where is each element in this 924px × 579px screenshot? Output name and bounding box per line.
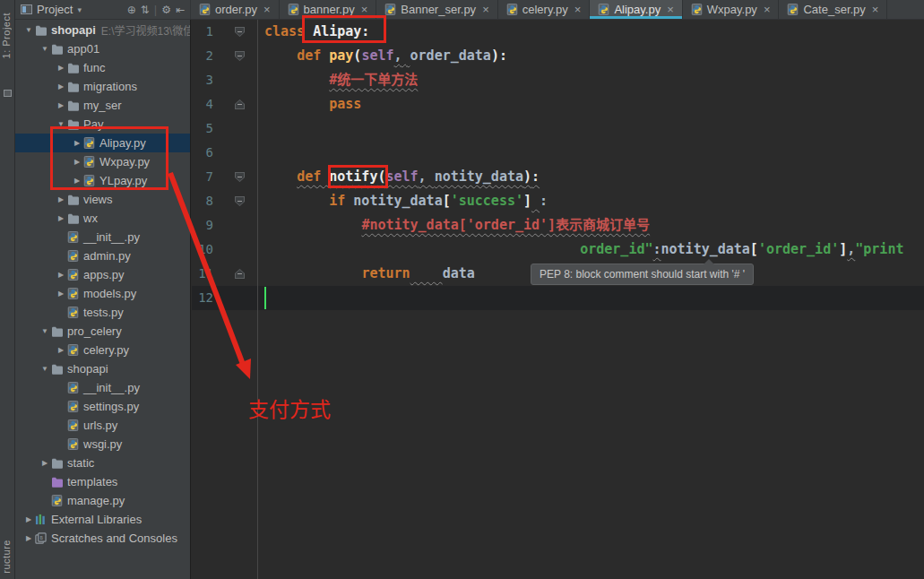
tree-item-scratches-and-consoles[interactable]: ▶BScratches and Consoles	[15, 529, 190, 548]
expanded-arrow-icon[interactable]: ▼	[39, 327, 51, 335]
collapsed-arrow-icon[interactable]: ▶	[71, 158, 83, 166]
tree-item-pro_celery[interactable]: ▼pro_celery	[15, 322, 190, 341]
tree-item-manage-py[interactable]: manage.py	[15, 491, 190, 510]
code-token	[531, 193, 540, 209]
tree-item-tests-py[interactable]: tests.py	[15, 303, 190, 322]
tree-item-my_ser[interactable]: ▶my_ser	[15, 96, 190, 115]
tree-item-celery-py[interactable]: ▶celery.py	[15, 341, 190, 359]
code-line-4[interactable]: 4 pass	[192, 92, 924, 117]
collapsed-arrow-icon[interactable]: ▶	[55, 214, 67, 222]
collapsed-arrow-icon[interactable]: ▶	[71, 177, 83, 185]
code-line-10[interactable]: 10 order_id":notity_data['order_id'],"pr…	[192, 238, 924, 262]
code-editor[interactable]: 1class Alipay:2 def pay(self, order_data…	[192, 20, 924, 579]
tree-item-apps-py[interactable]: ▶apps.py	[15, 265, 190, 284]
tree-item-admin-py[interactable]: admin.py	[15, 246, 190, 265]
tool-button-project[interactable]: 1: Project	[1, 13, 12, 58]
collapsed-arrow-icon[interactable]: ▶	[22, 515, 35, 523]
expanded-arrow-icon[interactable]: ▼	[39, 365, 51, 373]
tool-button-structure[interactable]: ructure	[1, 540, 12, 574]
tree-item-wsgi-py[interactable]: wsgi.py	[15, 435, 190, 454]
editor-tab-wxpay-py[interactable]: Wxpay.py×	[683, 0, 780, 19]
code-line-3[interactable]: 3 #统一下单方法	[192, 68, 924, 92]
editor-tab-banner_ser-py[interactable]: Banner_ser.py×	[376, 0, 497, 19]
code-token: data	[443, 265, 475, 281]
collapsed-arrow-icon[interactable]: ▶	[55, 101, 67, 109]
tree-item-wx[interactable]: ▶wx	[15, 209, 190, 228]
editor-tab-alipay-py[interactable]: Alipay.py×	[590, 0, 682, 19]
code-line-12[interactable]: 12	[192, 286, 924, 310]
tree-item-models-py[interactable]: ▶models.py	[15, 284, 190, 303]
collapsed-arrow-icon[interactable]: ▶	[55, 346, 67, 354]
tree-item-shopapi[interactable]: ▼shopapi	[15, 359, 190, 378]
collapsed-arrow-icon[interactable]: ▶	[55, 82, 67, 91]
tool-window-stripe: 1: Project ructure	[0, 0, 15, 579]
code-line-2[interactable]: 2 def pay(self, order_data):	[192, 44, 924, 68]
editor-tab-banner-py[interactable]: banner.py×	[280, 0, 377, 19]
fold-marker-icon[interactable]	[235, 196, 245, 206]
collapsed-arrow-icon[interactable]: ▶	[55, 271, 67, 279]
code-line-1[interactable]: 1class Alipay:	[192, 20, 924, 44]
expanded-arrow-icon[interactable]: ▼	[22, 26, 35, 34]
collapsed-arrow-icon[interactable]: ▶	[39, 459, 51, 467]
tree-item-static[interactable]: ▶static	[15, 454, 190, 472]
code-line-7[interactable]: 7 def notify(self, notity_data):	[192, 165, 924, 189]
tree-item-__init__-py[interactable]: __init__.py	[15, 378, 190, 397]
collapsed-arrow-icon[interactable]: ▶	[22, 534, 35, 542]
tree-item-shopapi[interactable]: ▼shopapiE:\学习视频13\微信	[15, 21, 190, 39]
locate-icon[interactable]: ⊕	[127, 0, 136, 20]
tree-item-ylpay-py[interactable]: ▶YLpay.py	[15, 171, 190, 190]
tree-item-views[interactable]: ▶views	[15, 190, 190, 209]
close-icon[interactable]: ×	[482, 3, 489, 16]
tree-item-label: wsgi.py	[83, 437, 122, 451]
tree-item-wxpay-py[interactable]: ▶Wxpay.py	[15, 152, 190, 171]
hide-icon[interactable]: ⇤	[176, 0, 185, 20]
editor-tab-order-py[interactable]: order.py×	[191, 0, 280, 19]
project-tool-icon[interactable]	[4, 90, 12, 97]
close-icon[interactable]: ×	[361, 3, 368, 16]
editor-tab-celery-py[interactable]: celery.py×	[498, 0, 591, 19]
code-line-6[interactable]: 6	[192, 141, 924, 165]
chevron-down-icon[interactable]: ▾	[77, 5, 82, 14]
collapse-icon[interactable]: ⇅	[141, 0, 150, 20]
tree-item-func[interactable]: ▶func	[15, 58, 190, 77]
editor-tab-cate_ser-py[interactable]: Cate_ser.py×	[779, 0, 887, 19]
tree-item-__init__-py[interactable]: __init__.py	[15, 228, 190, 246]
folder-icon	[67, 100, 83, 111]
collapsed-arrow-icon[interactable]: ▶	[55, 195, 67, 203]
project-panel-title[interactable]: Project	[37, 3, 73, 16]
collapsed-arrow-icon[interactable]: ▶	[55, 64, 67, 72]
collapsed-arrow-icon[interactable]: ▶	[71, 139, 83, 147]
close-icon[interactable]: ×	[574, 3, 582, 16]
python-file-icon	[83, 156, 99, 168]
code-text: #notity_data['order_id']表示商城订单号	[257, 213, 650, 238]
tree-item-external-libraries[interactable]: ▶External Libraries	[15, 510, 190, 529]
line-number: 8	[192, 189, 213, 213]
fold-marker-icon[interactable]	[235, 172, 245, 182]
tree-item-label: views	[83, 193, 113, 206]
code-line-8[interactable]: 8 if notity_data['success'] :	[192, 189, 924, 213]
fold-marker-icon[interactable]	[235, 269, 245, 279]
close-icon[interactable]: ×	[872, 3, 879, 16]
python-file-icon	[506, 4, 518, 15]
tree-item-migrations[interactable]: ▶migrations	[15, 77, 190, 96]
collapsed-arrow-icon[interactable]: ▶	[55, 290, 67, 298]
close-icon[interactable]: ×	[263, 3, 271, 16]
tree-item-templates[interactable]: templates	[15, 472, 190, 491]
fold-marker-icon[interactable]	[235, 51, 245, 61]
tree-item-alipay-py[interactable]: ▶Alipay.py	[15, 134, 190, 152]
tree-item-label: Alipay.py	[99, 136, 146, 150]
settings-icon[interactable]: ⚙	[161, 0, 171, 20]
expanded-arrow-icon[interactable]: ▼	[39, 45, 51, 53]
code-line-9[interactable]: 9 #notity_data['order_id']表示商城订单号	[192, 213, 924, 238]
fold-marker-icon[interactable]	[235, 27, 245, 37]
code-token	[264, 169, 297, 185]
tree-item-app01[interactable]: ▼app01	[15, 39, 190, 58]
code-line-5[interactable]: 5	[192, 117, 924, 141]
tree-item-urls-py[interactable]: urls.py	[15, 416, 190, 435]
close-icon[interactable]: ×	[667, 3, 674, 16]
tree-item-pay[interactable]: ▼Pay	[15, 115, 190, 134]
tree-item-settings-py[interactable]: settings.py	[15, 397, 190, 416]
fold-marker-icon[interactable]	[235, 99, 245, 109]
close-icon[interactable]: ×	[764, 3, 771, 16]
expanded-arrow-icon[interactable]: ▼	[55, 120, 67, 128]
